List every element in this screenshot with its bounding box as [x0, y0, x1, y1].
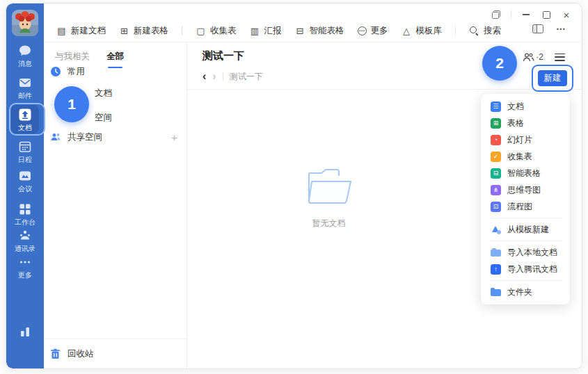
close-icon[interactable]: × — [561, 9, 572, 20]
menu-item-smart-sheet[interactable]: ⊟ 智能表格 — [481, 165, 570, 181]
people-icon — [523, 53, 534, 62]
secondary-controls: ⋯ — [532, 24, 566, 33]
more-options-icon[interactable]: ⋯ — [556, 27, 566, 31]
toolbar-button-icon: △ — [402, 26, 412, 36]
sidebar-item-contacts[interactable]: 通讯录 — [6, 229, 44, 254]
empty-state: 暂无文档 — [187, 168, 470, 229]
sidebar-item-workbench[interactable]: 工作台 — [6, 202, 44, 227]
menu-item-from-template[interactable]: 从模板新建 — [481, 221, 570, 238]
menu-item-label: 幻灯片 — [507, 134, 532, 146]
menu-item-icon: ↑ — [491, 264, 501, 275]
sidebar-item-mail[interactable]: 邮件 — [6, 76, 44, 101]
meeting-icon — [18, 169, 32, 183]
menu-item-label: 导入本地文档 — [507, 247, 557, 259]
forward-button[interactable]: › — [212, 71, 216, 82]
tutorial-step-2-badge: 2 — [482, 46, 517, 81]
toolbar-button-icon: … — [358, 26, 367, 35]
main-content: 测试一下 ‹ › 测试一下 ·2 — [187, 42, 582, 368]
avatar-image — [12, 10, 38, 36]
window-controls-divider — [511, 10, 511, 19]
menu-item-icon: ⋔ — [491, 185, 501, 195]
menu-item-new-folder[interactable]: 文件夹 — [481, 284, 570, 300]
menu-item-label: 智能表格 — [507, 168, 541, 179]
add-space-button[interactable]: + — [171, 131, 177, 143]
menu-item-label: 文档 — [507, 101, 524, 113]
sidebar-item-label: 会议 — [6, 184, 44, 194]
toolbar-new-doc[interactable]: ▤ 新建文档 — [56, 25, 106, 37]
toolbar-template-lib[interactable]: △ 模板库 — [402, 25, 443, 37]
sidebar-stats-button[interactable] — [6, 325, 44, 339]
maximize-icon[interactable] — [541, 9, 552, 20]
sidebar-item-meeting[interactable]: 会议 — [6, 169, 44, 194]
menu-item-icon — [491, 287, 501, 298]
menu-item-import-local[interactable]: 导入本地文档 — [481, 244, 570, 261]
sidebar-item-calendar[interactable]: 日程 — [6, 140, 44, 165]
sidebar-item-docs[interactable]: 文档 — [6, 108, 44, 133]
menu-item-flowchart[interactable]: ⊡ 流程图 — [481, 198, 570, 215]
menu-item-icon: ⊡ — [491, 202, 501, 212]
sidebar-item-more[interactable]: 更多 — [6, 255, 44, 280]
doc-item-label: 共享空间 — [67, 131, 102, 143]
more-dots-icon — [18, 255, 32, 269]
toolbar-button-icon — [469, 26, 479, 36]
doc-item-shared-space[interactable]: 共享空间 + — [44, 127, 187, 147]
sidebar-item-label: 日程 — [6, 155, 44, 165]
app-window: 消息 邮件 文档 — [6, 3, 582, 369]
toolbar-collect-form[interactable]: ▢ 收集表 — [196, 25, 237, 37]
sidebar-item-label: 更多 — [6, 270, 44, 280]
main-header-actions: ·2 — [523, 52, 565, 62]
menu-item-sheet[interactable]: ⊞ 表格 — [481, 115, 570, 131]
toolbar-actions: ▤ 新建文档 ⊞ 新建表格 ▢ 收集表 ▥ 汇报 ⊟ 智能表格 — [56, 22, 501, 39]
recycle-bin-label: 回收站 — [67, 348, 94, 360]
back-button[interactable]: ‹ — [202, 71, 206, 82]
menu-item-slides[interactable]: ◔ 幻灯片 — [481, 131, 570, 148]
menu-item-collect-form[interactable]: ✓ 收集表 — [481, 148, 570, 165]
toolbar-new-sheet[interactable]: ⊞ 新建表格 — [119, 25, 168, 37]
toolbar-search[interactable]: 搜索 — [469, 25, 501, 37]
menu-item-icon: ⊟ — [491, 168, 501, 179]
menu-item-mindmap[interactable]: ⋔ 思维导图 — [481, 181, 570, 198]
menu-item-label: 从模板新建 — [507, 224, 549, 236]
trash-divider — [44, 339, 186, 339]
minimize-icon[interactable] — [521, 9, 532, 20]
menu-item-icon: ⊞ — [491, 118, 501, 129]
doc-item-frequent[interactable]: 常用 — [44, 61, 187, 82]
chat-bubble-icon — [18, 44, 32, 58]
new-dropdown-menu: ☰ 文档 ⊞ 表格 ◔ 幻灯片 ✓ 收集表 ⊟ 智能表格 — [481, 94, 570, 304]
panel-toggle-icon[interactable] — [532, 24, 543, 33]
toolbar-button-label: 收集表 — [210, 25, 237, 37]
toolbar-button-label: 新建文档 — [71, 25, 106, 37]
user-avatar[interactable] — [12, 10, 38, 36]
menu-item-icon: ◔ — [491, 135, 501, 145]
members-button[interactable]: ·2 — [523, 52, 543, 62]
menu-item-icon: ☰ — [491, 101, 501, 112]
toolbar-button-icon: ▤ — [56, 26, 67, 36]
toolbar-button-icon: ▢ — [196, 26, 206, 36]
menu-item-import-tencent[interactable]: ↑ 导入腾讯文档 — [481, 261, 570, 277]
toolbar-button-icon: ⊟ — [295, 26, 305, 36]
menu-item-icon: ✓ — [491, 152, 501, 162]
empty-state-text: 暂无文档 — [187, 218, 470, 229]
toolbar-button-label: 模板库 — [416, 25, 443, 37]
toolbar-report[interactable]: ▥ 汇报 — [250, 25, 282, 37]
menu-item-label: 文件夹 — [507, 286, 532, 298]
menu-item-label: 导入腾讯文档 — [507, 263, 557, 275]
toolbar-smart-sheet[interactable]: ⊟ 智能表格 — [295, 25, 344, 37]
list-view-icon[interactable] — [555, 54, 565, 61]
sidebar-item-messages[interactable]: 消息 — [6, 44, 44, 69]
header-divider — [187, 89, 582, 90]
doc-item-label: 空间 — [95, 112, 112, 124]
doc-item-label: 常用 — [67, 66, 85, 78]
new-button[interactable]: 新建 — [538, 70, 567, 86]
menu-item-icon — [491, 225, 501, 235]
popout-icon[interactable] — [491, 9, 502, 20]
toolbar-button-icon: ▥ — [250, 26, 260, 36]
toolbar-more[interactable]: … 更多 — [358, 25, 388, 37]
window-controls: × — [491, 9, 572, 20]
menu-item-doc[interactable]: ☰ 文档 — [481, 98, 570, 115]
recycle-bin-item[interactable]: 回收站 — [44, 343, 186, 365]
menu-item-label: 流程图 — [507, 201, 532, 213]
menu-item-label: 思维导图 — [507, 184, 541, 196]
envelope-icon — [18, 76, 32, 90]
members-count: ·2 — [536, 52, 543, 62]
